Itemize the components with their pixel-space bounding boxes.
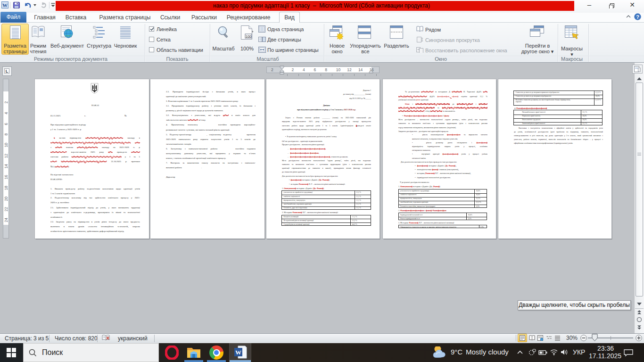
svg-text:100: 100 bbox=[246, 34, 252, 39]
svg-text:?: ? bbox=[636, 14, 639, 20]
svg-text:W: W bbox=[2, 2, 8, 8]
svg-text:W: W bbox=[235, 349, 241, 356]
